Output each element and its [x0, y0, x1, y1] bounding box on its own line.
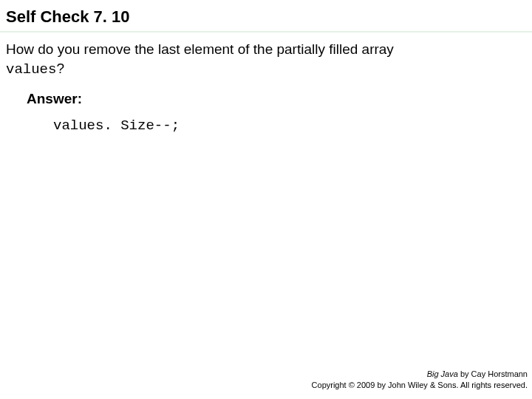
footer-copyright: Copyright © 2009 by John Wiley & Sons. A… [312, 380, 528, 390]
footer: Big Java by Cay Horstmann Copyright © 20… [312, 369, 528, 390]
footer-line1: Big Java by Cay Horstmann [312, 369, 528, 379]
footer-byline: by Cay Horstmann [458, 369, 528, 378]
title-underline [0, 31, 532, 33]
question-line1: How do you remove the last element of th… [6, 41, 394, 57]
question-qmark: ? [56, 61, 64, 76]
question-code-word: values [6, 61, 56, 78]
answer-label: Answer: [0, 79, 532, 107]
slide-title: Self Check 7. 10 [0, 0, 532, 31]
question-text: How do you remove the last element of th… [0, 40, 532, 79]
slide: Self Check 7. 10 How do you remove the l… [0, 0, 532, 399]
footer-book-title: Big Java [427, 369, 458, 378]
answer-code: values. Size--; [0, 107, 532, 134]
